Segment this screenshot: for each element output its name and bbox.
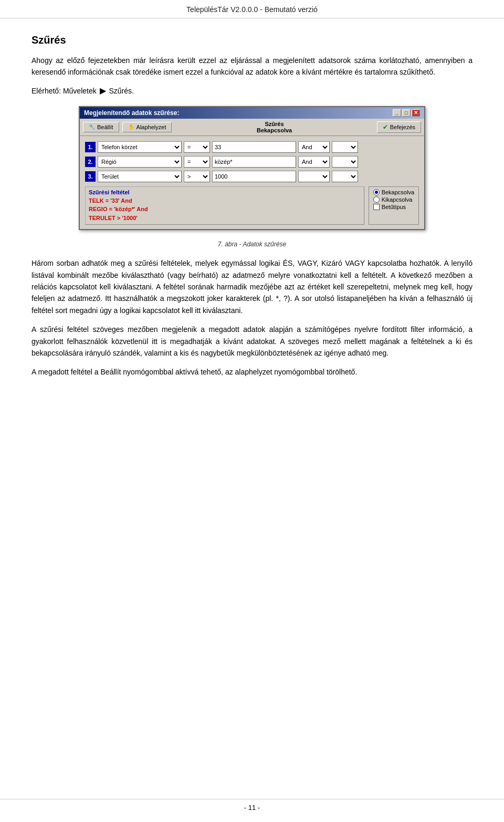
alaphelyzet-icon: ✋ xyxy=(128,124,134,130)
befejezés-icon: ✔ xyxy=(383,123,388,131)
field-select-2[interactable]: Régió xyxy=(98,156,182,168)
dialog-titlebar: Megjelenítendő adatok szűrése: _ □ ✕ xyxy=(80,107,424,119)
paragraph-2: Három sorban adhatók meg a szűrési felté… xyxy=(32,257,472,316)
logic-select-2b[interactable] xyxy=(332,156,358,168)
radio-bekapcsolva-circle[interactable] xyxy=(373,189,380,195)
logic-select-1[interactable]: And xyxy=(298,141,330,153)
titlebar-buttons: _ □ ✕ xyxy=(393,109,420,117)
page-header: TelepülésTár V2.0.0.0 - Bemutató verzió xyxy=(0,0,504,18)
beallít-icon: 🔧 xyxy=(89,124,95,130)
maximize-button[interactable]: □ xyxy=(402,109,411,117)
check-betutípus[interactable]: Betűtípus xyxy=(373,204,414,210)
value-input-2[interactable] xyxy=(212,156,296,168)
condition-title: Szűrési feltétel xyxy=(89,189,361,195)
paragraph-3: A szűrési feltétel szöveges mezőben megj… xyxy=(32,324,472,359)
alaphelyzet-button[interactable]: ✋ Alaphelyzet xyxy=(122,122,172,132)
page-footer: - 11 - xyxy=(0,799,504,811)
condition-area: Szűrési feltétel TELK = '33' And REGIO =… xyxy=(85,186,419,225)
field-select-1[interactable]: Telefon körzet xyxy=(98,141,182,153)
logic-select-3[interactable] xyxy=(298,171,330,182)
paragraph-4: A megadott feltétel a Beállít nyomógombb… xyxy=(32,366,472,378)
header-title: TelepülésTár V2.0.0.0 - Bemutató verzió xyxy=(186,5,318,14)
section-title: Szűrés xyxy=(32,34,472,46)
page-number: - 11 - xyxy=(244,804,260,811)
op-select-1[interactable]: = xyxy=(184,141,210,153)
filter-row-2: 2. Régió = And xyxy=(85,156,419,168)
dialog-title: Megjelenítendő adatok szűrése: xyxy=(84,109,179,117)
figure-caption: 7. ábra - Adatok szűrése xyxy=(32,241,472,248)
op-select-3[interactable]: > xyxy=(184,171,210,182)
elerheto-item: Szűrés. xyxy=(109,87,134,95)
filter-row-1: 1. Telefon körzet = And xyxy=(85,141,419,153)
arrow-icon: ▶ xyxy=(100,86,106,95)
dialog-wrapper: Megjelenítendő adatok szűrése: _ □ ✕ 🔧 xyxy=(32,106,472,231)
condition-text-box: Szűrési feltétel TELK = '33' And REGIO =… xyxy=(85,186,364,225)
dialog-toolbar: 🔧 Beállít ✋ Alaphelyzet Szűrés Bekapcsol… xyxy=(80,119,424,136)
value-input-1[interactable] xyxy=(212,141,296,153)
value-input-3[interactable] xyxy=(212,171,296,182)
elerheto-label: Elérhető: Műveletek xyxy=(32,87,97,95)
logic-select-2[interactable]: And xyxy=(298,156,330,168)
betutípus-checkbox[interactable] xyxy=(373,204,380,210)
radio-kikapcsolva-circle[interactable] xyxy=(373,196,380,203)
logic-select-3b[interactable] xyxy=(332,171,358,182)
radio-bekapcsolva[interactable]: Bekapcsolva xyxy=(373,189,414,195)
dialog-window: Megjelenítendő adatok szűrése: _ □ ✕ 🔧 xyxy=(79,106,425,231)
radio-kikapcsolva[interactable]: Kikapcsolva xyxy=(373,196,414,203)
condition-radios: Bekapcsolva Kikapcsolva Betűtípus xyxy=(369,186,419,225)
row-num-2: 2. xyxy=(85,157,96,167)
field-select-3[interactable]: Terület xyxy=(98,171,182,182)
logic-select-1b[interactable] xyxy=(332,141,358,153)
condition-content: TELK = '33' And REGIO = 'közép*' And TER… xyxy=(89,196,361,223)
op-select-2[interactable]: = xyxy=(184,156,210,168)
befejezés-button[interactable]: ✔ Befejezés xyxy=(377,121,421,133)
paragraph-1: Ahogy az előző fejezetekben már leírásra… xyxy=(32,55,472,78)
beallít-button[interactable]: 🔧 Beállít xyxy=(83,122,119,132)
elerheto-line: Elérhető: Műveletek ▶ Szűrés. xyxy=(32,86,472,96)
filter-row-3: 3. Terület > xyxy=(85,171,419,182)
page-content: Szűrés Ahogy az előző fejezetekben már l… xyxy=(0,18,504,417)
dialog-body: 1. Telefon körzet = And xyxy=(80,136,424,230)
szures-status: Szűrés Bekapcsolva xyxy=(175,121,373,133)
close-button[interactable]: ✕ xyxy=(412,109,420,117)
row-num-1: 1. xyxy=(85,142,96,152)
minimize-button[interactable]: _ xyxy=(393,109,401,117)
row-num-3: 3. xyxy=(85,171,96,182)
